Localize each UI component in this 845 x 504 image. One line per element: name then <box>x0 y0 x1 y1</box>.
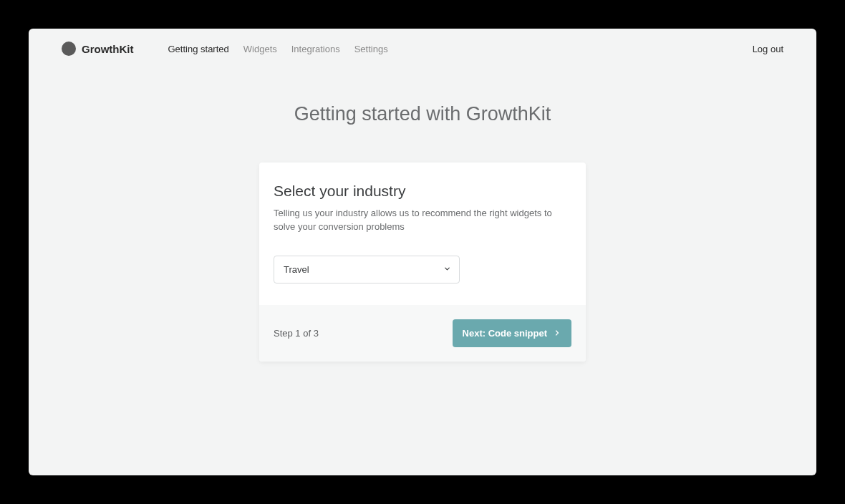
card-footer: Step 1 of 3 Next: Code snippet <box>259 305 586 362</box>
logout-link[interactable]: Log out <box>753 44 783 54</box>
next-button[interactable]: Next: Code snippet <box>453 319 571 347</box>
step-indicator: Step 1 of 3 <box>274 328 319 339</box>
card-title: Select your industry <box>274 183 571 200</box>
nav-settings[interactable]: Settings <box>354 44 388 54</box>
nav-getting-started[interactable]: Getting started <box>168 44 229 54</box>
app-frame: GrowthKit Getting started Widgets Integr… <box>29 29 816 475</box>
nav-widgets[interactable]: Widgets <box>243 44 277 54</box>
logo-area[interactable]: GrowthKit <box>62 42 134 56</box>
industry-select[interactable]: Travel <box>274 256 460 284</box>
next-button-label: Next: Code snippet <box>463 328 547 339</box>
brand-name: GrowthKit <box>82 43 134 55</box>
chevron-right-icon <box>553 329 561 337</box>
header: GrowthKit Getting started Widgets Integr… <box>29 29 816 69</box>
logo-icon <box>62 42 76 56</box>
industry-select-wrap: Travel <box>274 256 460 284</box>
card-body: Select your industry Telling us your ind… <box>259 163 586 305</box>
nav-integrations[interactable]: Integrations <box>291 44 340 54</box>
onboarding-card: Select your industry Telling us your ind… <box>259 163 586 362</box>
page-title: Getting started with GrowthKit <box>29 103 816 125</box>
card-description: Telling us your industry allows us to re… <box>274 207 560 234</box>
industry-select-value: Travel <box>284 264 309 275</box>
main-nav: Getting started Widgets Integrations Set… <box>168 44 388 54</box>
